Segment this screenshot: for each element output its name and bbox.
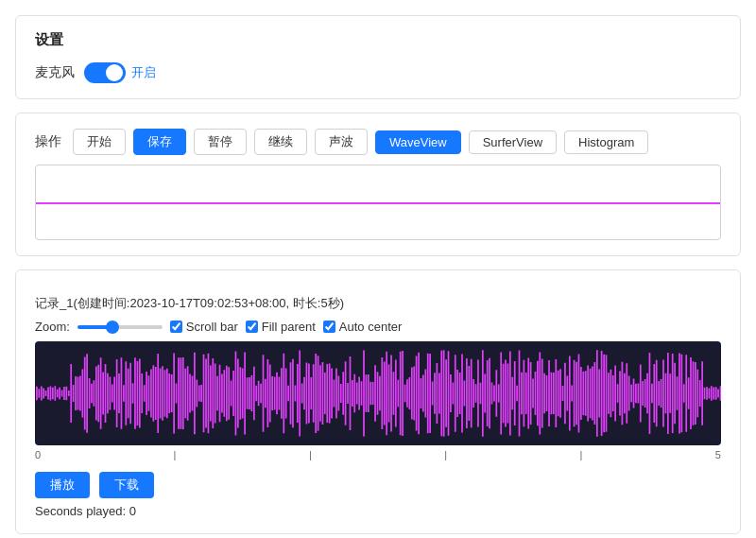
btn-histogram[interactable]: Histogram xyxy=(564,130,648,154)
action-row: 播放 下载 xyxy=(35,472,721,498)
waveform-display xyxy=(35,341,721,445)
btn-save[interactable]: 保存 xyxy=(133,129,186,155)
axis-tick-5: 5 xyxy=(715,449,721,460)
zoom-label: Zoom: xyxy=(35,320,70,334)
btn-waveview[interactable]: WaveView xyxy=(375,130,461,154)
checkbox-fill-parent-label: Fill parent xyxy=(262,320,316,334)
mic-row: 麦克风 开启 xyxy=(35,62,721,83)
download-button[interactable]: 下载 xyxy=(99,472,154,498)
btn-pause[interactable]: 暂停 xyxy=(194,129,247,155)
waveform-input-box xyxy=(35,165,721,240)
settings-title: 设置 xyxy=(35,31,721,49)
btn-continue[interactable]: 继续 xyxy=(254,129,307,155)
axis-tick-1: | xyxy=(174,449,177,460)
checkbox-scroll-bar-label: Scroll bar xyxy=(186,320,238,334)
axis-tick-2: | xyxy=(309,449,312,460)
settings-card: 设置 麦克风 开启 xyxy=(15,15,741,99)
mic-toggle[interactable]: 开启 xyxy=(84,62,156,83)
axis-tick-4: | xyxy=(580,449,583,460)
btn-surferview[interactable]: SurferView xyxy=(469,130,557,154)
seconds-played: Seconds played: 0 xyxy=(35,504,721,518)
zoom-slider[interactable] xyxy=(77,325,163,329)
toggle-text: 开启 xyxy=(131,64,156,81)
ops-row: 操作 开始 保存 暂停 继续 声波 WaveView SurferView Hi… xyxy=(35,129,721,155)
toggle-thumb xyxy=(106,64,123,81)
toggle-track[interactable] xyxy=(84,62,126,83)
record-info: 记录_1(创建时间:2023-10-17T09:02:53+08:00, 时长:… xyxy=(35,295,721,312)
checkbox-fill-parent[interactable]: Fill parent xyxy=(246,320,316,334)
checkbox-auto-center-label: Auto center xyxy=(339,320,403,334)
mic-label: 麦克风 xyxy=(35,64,75,81)
zoom-row: Zoom: Scroll bar Fill parent Auto center xyxy=(35,320,721,334)
axis-tick-3: | xyxy=(444,449,447,460)
operations-card: 操作 开始 保存 暂停 继续 声波 WaveView SurferView Hi… xyxy=(15,113,741,256)
axis-tick-0: 0 xyxy=(35,449,41,460)
waveform-svg xyxy=(35,341,721,445)
axis-row: 0 | | | | 5 xyxy=(35,447,721,462)
ops-label: 操作 xyxy=(35,133,61,150)
checkbox-scroll-bar[interactable]: Scroll bar xyxy=(170,320,238,334)
btn-sound[interactable]: 声波 xyxy=(315,129,368,155)
btn-start[interactable]: 开始 xyxy=(73,129,126,155)
waveform-input-line xyxy=(36,202,720,204)
checkbox-auto-center[interactable]: Auto center xyxy=(323,320,403,334)
play-button[interactable]: 播放 xyxy=(35,472,90,498)
record-card: 记录_1(创建时间:2023-10-17T09:02:53+08:00, 时长:… xyxy=(15,269,741,534)
